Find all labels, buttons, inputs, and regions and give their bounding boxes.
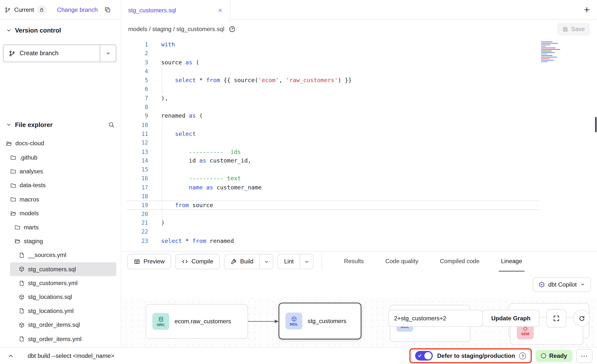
tree-item-label: stg_customers.yml <box>28 280 78 287</box>
tree-item-data-tests[interactable]: data-tests <box>0 178 121 192</box>
code-line-23[interactable]: 23select * from renamed <box>127 237 540 245</box>
tree-item-docs-cloud[interactable]: docs-cloud <box>0 137 121 151</box>
tree-item-models[interactable]: models <box>0 206 121 220</box>
code-line-9[interactable]: 9renamed as ( <box>127 112 540 121</box>
create-branch-dropdown[interactable] <box>100 45 116 62</box>
close-icon[interactable] <box>218 7 223 13</box>
tree-item-stg-customers-sql[interactable]: stg_customers.sql <box>10 262 116 276</box>
build-button-group: Build <box>224 254 273 269</box>
code-line-21[interactable]: 21) <box>127 218 540 227</box>
line-number: 22 <box>127 228 148 237</box>
version-control-header[interactable]: Version control <box>0 25 121 36</box>
code-line-17[interactable]: 17 name as customer_name <box>127 183 540 192</box>
line-number: 11 <box>127 130 148 139</box>
code-line-22[interactable]: 22 <box>127 228 540 237</box>
code-line-16[interactable]: 16 ---------- text <box>127 174 540 183</box>
code-line-19[interactable]: 19 from source <box>127 201 540 210</box>
line-number: 19 <box>127 201 148 209</box>
code-line-2[interactable]: 2 <box>127 49 540 58</box>
copy-icon[interactable] <box>104 6 111 13</box>
code-line-3[interactable]: 3source as ( <box>127 58 540 67</box>
defer-toggle[interactable] <box>415 351 433 361</box>
dbt-copilot-button[interactable]: dbt Copilot <box>533 277 591 292</box>
refresh-button[interactable] <box>573 310 590 327</box>
chevron-down-icon <box>6 122 12 127</box>
update-graph-button[interactable]: Update Graph <box>482 310 540 327</box>
more-options-button[interactable]: ⋯ <box>576 349 592 363</box>
code-text: with <box>148 40 539 49</box>
tree-item-stg-order-items-sql[interactable]: stg_order_items.sql <box>0 318 121 332</box>
line-number: 1 <box>127 40 148 49</box>
code-line-5[interactable]: 5 select * from {{ source('ecom', 'raw_c… <box>127 76 540 85</box>
create-branch-button[interactable]: Create branch <box>3 45 100 62</box>
code-line-10[interactable]: 10 <box>127 121 540 129</box>
cube-icon <box>291 316 297 322</box>
editor-scrollbar[interactable] <box>595 117 597 132</box>
file-icon <box>19 308 24 314</box>
code-line-6[interactable]: 6 <box>127 85 540 94</box>
tree-item-stg-customers-yml[interactable]: stg_customers.yml <box>0 276 121 290</box>
help-icon[interactable]: ? <box>519 352 526 359</box>
code-text: ---------- ids <box>148 147 539 156</box>
tree-item-stg-locations-sql[interactable]: stg_locations.sql <box>0 290 121 304</box>
code-line-8[interactable]: 8 <box>127 103 540 112</box>
lineage-selector-input[interactable] <box>388 310 483 327</box>
tree-item-label: macros <box>19 196 39 203</box>
tree-item-marts[interactable]: marts <box>0 220 121 234</box>
tab-results[interactable]: Results <box>342 252 366 272</box>
branch-bar: Current Change branch <box>0 0 121 20</box>
code-line-18[interactable]: 18 <box>127 192 540 201</box>
tree-item-label: stg_locations.sql <box>28 294 72 301</box>
tree-item-macros[interactable]: macros <box>0 192 121 206</box>
collapse-panel-button[interactable] <box>5 353 17 359</box>
compile-button[interactable]: Compile <box>175 254 220 269</box>
code-line-13[interactable]: 13 ---------- ids <box>127 147 540 156</box>
code-text: ---------- text <box>148 174 539 183</box>
command-hint: dbt build --select <model_name> <box>28 352 114 359</box>
tree-item-analyses[interactable]: analyses <box>0 164 121 179</box>
code-line-15[interactable]: 15 <box>127 165 540 174</box>
new-tab-button[interactable] <box>576 0 597 19</box>
folder-icon <box>10 197 16 202</box>
search-icon[interactable] <box>108 121 115 128</box>
code-line-12[interactable]: 12 <box>127 139 540 147</box>
tree-item-stg-order-items-yml[interactable]: stg_order_items.yml <box>0 332 121 346</box>
tab-compiled-code[interactable]: Compiled code <box>438 252 482 272</box>
code-line-20[interactable]: 20 <box>127 210 540 218</box>
lint-button[interactable]: Lint <box>278 254 300 269</box>
tab-code-quality[interactable]: Code quality <box>383 252 421 272</box>
code-text <box>148 103 539 112</box>
lineage-node-stg-customers[interactable]: MDL stg_customers <box>279 303 361 339</box>
line-number: 14 <box>127 156 148 165</box>
code-line-11[interactable]: 11 select <box>127 130 540 139</box>
code-line-4[interactable]: 4 <box>127 67 540 76</box>
lint-dropdown[interactable] <box>300 254 314 269</box>
lineage-canvas[interactable]: MDL MDL customers SEM <box>121 297 597 347</box>
tree-item-stg-locations-yml[interactable]: stg_locations.yml <box>0 304 121 318</box>
line-number: 13 <box>127 147 148 156</box>
code-line-14[interactable]: 14 id as customer_id, <box>127 156 540 165</box>
tab-lineage[interactable]: Lineage <box>499 252 524 272</box>
tree-item--sources-yml[interactable]: __sources.yml <box>0 248 121 262</box>
build-button[interactable]: Build <box>224 254 260 269</box>
defer-highlight-box: Defer to staging/production ? <box>410 348 532 363</box>
code-text <box>148 192 539 201</box>
lint-button-group: Lint <box>278 254 314 269</box>
file-explorer-header[interactable]: File explorer <box>0 119 121 130</box>
fullscreen-button[interactable] <box>546 309 566 328</box>
status-badge[interactable]: Ready <box>536 350 573 362</box>
code-line-1[interactable]: 1with <box>127 40 540 49</box>
tab-stg-customers-sql[interactable]: stg_customers.sql <box>121 0 230 20</box>
code-editor[interactable]: 1with23source as (45 select * from {{ so… <box>121 38 597 251</box>
tree-item-staging[interactable]: staging <box>0 234 121 248</box>
gauge-icon[interactable] <box>228 26 235 33</box>
save-button[interactable]: Save <box>557 23 590 36</box>
preview-button[interactable]: Preview <box>127 254 171 269</box>
line-number: 2 <box>127 49 148 58</box>
code-line-7[interactable]: 7), <box>127 94 540 103</box>
build-dropdown[interactable] <box>260 254 273 269</box>
change-branch-link[interactable]: Change branch <box>57 6 98 13</box>
lineage-node-source[interactable]: SRC ecom.raw_customers <box>146 304 248 339</box>
tree-item--github[interactable]: .github <box>0 150 121 164</box>
source-badge: SRC <box>152 313 169 330</box>
